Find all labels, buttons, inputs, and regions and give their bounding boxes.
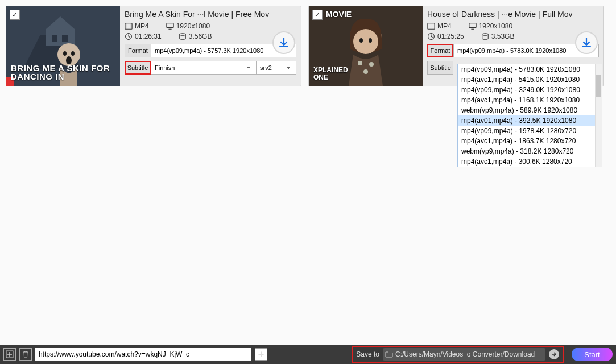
start-button[interactable]: Start — [572, 348, 613, 361]
delete-button[interactable] — [19, 348, 32, 361]
svg-rect-13 — [167, 23, 173, 28]
add-url-button[interactable]: + — [255, 348, 267, 361]
disk-icon — [179, 32, 187, 40]
resolution-meta: 1920x1080 — [469, 22, 512, 30]
format-option[interactable]: mp4(vp09,mp4a) - 3249.0K 1920x1080 — [458, 85, 602, 95]
format-label: Format — [427, 44, 453, 57]
download-button[interactable] — [575, 31, 598, 54]
format-option[interactable]: webm(vp9,mp4a) - 318.2K 1280x720 — [458, 146, 602, 156]
thumbnail[interactable]: ✓ MOVIE XPLAINED ONE — [309, 6, 423, 86]
svg-rect-26 — [469, 23, 476, 28]
svg-rect-4 — [62, 35, 68, 42]
subtitle-label: Subtitle — [125, 61, 151, 75]
format-option[interactable]: mp4(avc1,mp4a) - 1863.7K 1280x720 — [458, 136, 602, 146]
subtitle-label: Subtitle — [427, 61, 453, 75]
video-title: House of Darkness | ···e Movie | Full Mo… — [427, 10, 599, 19]
video-title: Bring Me A Skin For ···l Movie | Free Mo… — [125, 10, 296, 19]
svg-rect-25 — [428, 23, 435, 30]
folder-icon — [385, 350, 393, 358]
svg-point-29 — [482, 34, 488, 36]
browse-button[interactable] — [549, 349, 559, 359]
download-icon — [581, 37, 592, 48]
duration-meta: 01:26:31 — [125, 32, 162, 40]
format-option[interactable]: webm(vp9,mp4a) - 589.9K 1920x1080 — [458, 105, 602, 115]
svg-point-20 — [359, 38, 363, 43]
arrow-right-icon — [551, 351, 557, 357]
save-to-label: Save to — [356, 350, 379, 358]
container-meta: MP4 — [125, 22, 149, 30]
monitor-icon — [469, 22, 477, 30]
svg-point-23 — [369, 62, 374, 67]
monitor-icon — [166, 22, 174, 30]
format-option[interactable]: mp4(avc1,mp4a) - 1168.1K 1920x1080 — [458, 95, 602, 105]
video-card: ✓ BRING ME A SKIN FOR DANCING IN Bring M… — [6, 6, 301, 86]
size-meta: 3.53GB — [481, 32, 515, 40]
subtitle-lang-select[interactable]: Finnish — [151, 61, 257, 75]
format-option[interactable]: mp4(vp09,mp4a) - 1978.4K 1280x720 — [458, 126, 602, 136]
save-path-input[interactable] — [395, 350, 543, 358]
disk-icon — [481, 32, 489, 40]
svg-point-7 — [71, 51, 75, 56]
save-to-group: Save to — [352, 346, 564, 363]
thumbnail[interactable]: ✓ BRING ME A SKIN FOR DANCING IN — [6, 6, 120, 86]
scrollbar-thumb[interactable] — [596, 75, 601, 97]
svg-point-19 — [353, 29, 378, 54]
size-meta: 3.56GB — [179, 32, 212, 40]
svg-point-22 — [358, 61, 362, 65]
thumb-caption: BRING ME A SKIN FOR DANCING IN — [11, 64, 115, 82]
format-dropdown[interactable]: mp4(vp09,mp4a) - 5783.0K 1920x1080mp4(av… — [457, 64, 602, 167]
resolution-meta: 1920x1080 — [166, 22, 210, 30]
format-option[interactable]: mp4(av01,mp4a) - 392.5K 1920x1080 — [458, 115, 602, 126]
select-checkbox[interactable]: ✓ — [312, 10, 323, 20]
duration-meta: 01:25:25 — [427, 32, 464, 40]
url-input[interactable] — [35, 348, 251, 361]
scrollbar-track[interactable] — [595, 64, 602, 167]
download-icon — [278, 37, 290, 48]
thumb-caption: XPLAINED ONE — [313, 67, 348, 81]
format-option[interactable]: mp4(vp09,mp4a) - 5783.0K 1920x1080 — [458, 64, 602, 75]
plus-box-icon — [6, 350, 14, 358]
svg-point-6 — [63, 51, 67, 56]
footer-bar: + Save to Start — [0, 345, 616, 364]
trash-icon — [22, 350, 30, 358]
svg-rect-11 — [125, 23, 127, 30]
format-option[interactable]: mp4(avc1,mp4a) - 5415.0K 1920x1080 — [458, 75, 602, 85]
svg-point-24 — [363, 69, 368, 74]
container-meta: MP4 — [427, 22, 452, 30]
film-icon — [427, 22, 435, 30]
clock-icon — [125, 32, 133, 40]
clock-icon — [427, 32, 435, 40]
svg-rect-12 — [131, 23, 133, 30]
format-option[interactable]: mp4(avc1,mp4a) - 300.6K 1280x720 — [458, 156, 602, 167]
add-task-button[interactable] — [3, 348, 16, 361]
select-checkbox[interactable]: ✓ — [10, 10, 20, 20]
download-button[interactable] — [272, 31, 295, 54]
format-label: Format — [125, 44, 151, 57]
thumb-badge: MOVIE — [326, 10, 352, 19]
film-icon — [125, 22, 133, 30]
svg-rect-3 — [52, 35, 57, 42]
svg-point-16 — [179, 34, 185, 36]
svg-point-21 — [369, 38, 372, 43]
subtitle-format-select[interactable]: srv2 — [257, 61, 296, 75]
